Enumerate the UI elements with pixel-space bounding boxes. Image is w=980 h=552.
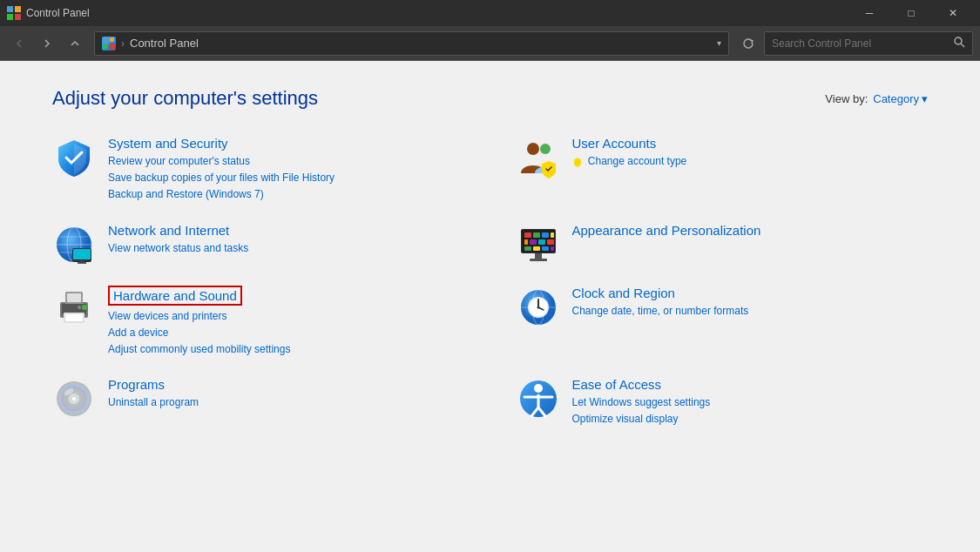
system-security-content: System and Security Review your computer…	[108, 136, 464, 204]
svg-rect-31	[524, 246, 531, 251]
minimize-button[interactable]: ─	[849, 0, 889, 26]
user-accounts-content: User Accounts Change account type	[572, 136, 929, 170]
system-security-title[interactable]: System and Security	[108, 136, 228, 151]
ease-access-link-1[interactable]: Let Windows suggest settings	[572, 394, 929, 411]
appearance-icon	[517, 223, 560, 266]
svg-point-52	[537, 306, 539, 308]
clock-region-link-1[interactable]: Change date, time, or number formats	[572, 303, 929, 320]
svg-rect-27	[524, 239, 528, 245]
svg-rect-20	[80, 260, 84, 263]
category-ease-access: Ease of Access Let Windows suggest setti…	[517, 377, 929, 427]
svg-point-11	[540, 144, 551, 154]
svg-rect-24	[533, 232, 540, 238]
category-user-accounts: User Accounts Change account type	[517, 136, 929, 204]
category-appearance: Appearance and Personalization	[517, 223, 929, 266]
search-input[interactable]	[772, 37, 948, 50]
user-accounts-title[interactable]: User Accounts	[572, 136, 657, 151]
refresh-button[interactable]	[736, 31, 760, 56]
svg-line-9	[961, 44, 964, 47]
ease-access-icon	[517, 377, 560, 421]
svg-rect-29	[538, 239, 545, 245]
svg-rect-26	[551, 232, 554, 238]
address-bar[interactable]: › Control Panel ▾	[94, 31, 729, 56]
category-hardware-sound: Hardware and Sound View devices and prin…	[52, 286, 464, 359]
programs-title[interactable]: Programs	[108, 377, 165, 392]
clock-region-content: Clock and Region Change date, time, or n…	[572, 286, 929, 320]
svg-rect-6	[103, 44, 107, 49]
system-security-link-3[interactable]: Backup and Restore (Windows 7)	[108, 186, 464, 203]
category-network-internet: Network and Internet View network status…	[52, 223, 464, 266]
svg-rect-28	[530, 239, 537, 245]
clock-region-icon	[517, 286, 560, 329]
svg-rect-4	[103, 37, 109, 44]
appearance-content: Appearance and Personalization	[572, 223, 929, 240]
hardware-sound-icon	[52, 286, 96, 329]
title-bar-left: Control Panel	[7, 6, 90, 20]
svg-point-59	[71, 396, 77, 401]
svg-rect-3	[15, 14, 21, 20]
up-button[interactable]	[63, 31, 87, 56]
hardware-sound-content: Hardware and Sound View devices and prin…	[108, 286, 464, 359]
svg-rect-1	[15, 6, 21, 12]
svg-rect-5	[110, 37, 114, 42]
window-controls: ─ □ ✕	[849, 0, 973, 26]
appearance-title[interactable]: Appearance and Personalization	[572, 223, 761, 238]
programs-link-1[interactable]: Uninstall a program	[108, 394, 464, 411]
view-by-chevron: ▾	[922, 92, 928, 105]
user-accounts-link-1[interactable]: Change account type	[572, 153, 929, 170]
system-security-link-2[interactable]: Save backup copies of your files with Fi…	[108, 170, 464, 186]
network-internet-icon	[52, 223, 96, 266]
address-path: Control Panel	[130, 37, 199, 50]
svg-rect-42	[65, 314, 83, 321]
address-dropdown-chevron[interactable]: ▾	[717, 38, 721, 48]
hardware-sound-link-3[interactable]: Adjust commonly used mobility settings	[108, 341, 464, 358]
address-separator: ›	[121, 37, 125, 50]
network-internet-title[interactable]: Network and Internet	[108, 223, 229, 238]
svg-point-8	[955, 37, 962, 44]
svg-rect-32	[533, 246, 540, 251]
ease-access-link-2[interactable]: Optimize visual display	[572, 411, 929, 427]
title-bar: Control Panel ─ □ ✕	[0, 0, 980, 26]
svg-rect-7	[109, 44, 115, 50]
svg-rect-23	[524, 232, 531, 238]
maximize-button[interactable]: □	[891, 0, 931, 26]
svg-point-62	[534, 384, 543, 393]
hardware-sound-link-1[interactable]: View devices and printers	[108, 308, 464, 325]
svg-rect-34	[551, 246, 554, 251]
view-by-control: View by: Category ▾	[825, 92, 928, 105]
address-icon	[102, 37, 116, 50]
svg-point-44	[78, 306, 81, 309]
network-internet-content: Network and Internet View network status…	[108, 223, 464, 257]
svg-point-10	[527, 143, 539, 155]
network-internet-link-1[interactable]: View network status and tasks	[108, 240, 464, 257]
categories-grid: System and Security Review your computer…	[52, 136, 928, 448]
search-bar[interactable]	[764, 31, 973, 56]
page-title: Adjust your computer's settings	[52, 87, 318, 110]
svg-rect-18	[73, 249, 91, 259]
ease-access-content: Ease of Access Let Windows suggest setti…	[572, 377, 929, 427]
clock-region-title[interactable]: Clock and Region	[572, 286, 675, 300]
programs-icon	[52, 377, 96, 421]
system-security-icon	[52, 136, 96, 179]
window-title: Control Panel	[26, 7, 90, 19]
svg-rect-35	[535, 253, 542, 259]
svg-point-43	[82, 305, 87, 310]
user-accounts-icon	[517, 136, 560, 179]
app-icon	[7, 6, 21, 20]
svg-rect-25	[542, 232, 549, 238]
category-programs: Programs Uninstall a program	[52, 377, 464, 427]
view-by-label: View by:	[825, 92, 868, 105]
system-security-link-1[interactable]: Review your computer's status	[108, 153, 464, 170]
close-button[interactable]: ✕	[933, 0, 973, 26]
hardware-sound-link-2[interactable]: Add a device	[108, 325, 464, 341]
svg-rect-33	[542, 246, 549, 251]
forward-button[interactable]	[35, 31, 59, 56]
svg-rect-40	[67, 293, 81, 302]
ease-access-title[interactable]: Ease of Access	[572, 377, 662, 392]
view-by-dropdown[interactable]: Category ▾	[873, 92, 928, 105]
back-button[interactable]	[7, 31, 31, 56]
svg-rect-2	[7, 14, 13, 20]
page-header: Adjust your computer's settings View by:…	[52, 87, 928, 110]
search-icon[interactable]	[953, 36, 965, 50]
hardware-sound-title[interactable]: Hardware and Sound	[108, 286, 242, 306]
